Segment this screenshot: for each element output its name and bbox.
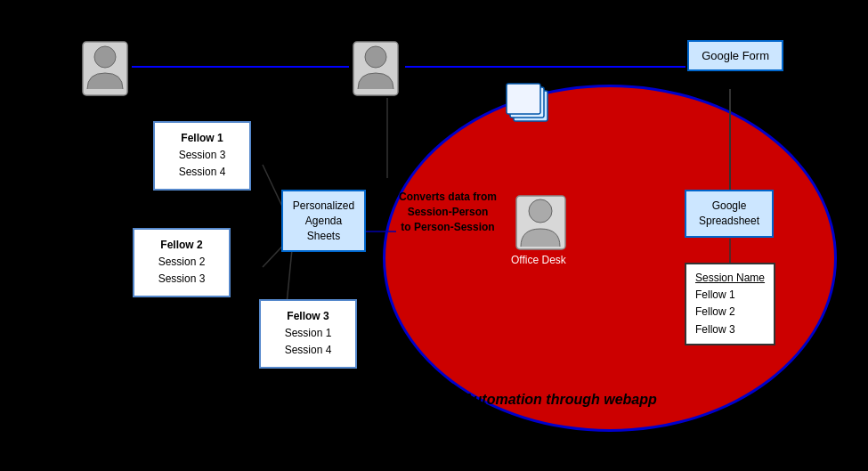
fellow-3-session1: Session 1 (273, 325, 343, 342)
fellow-2-session1: Session 2 (147, 254, 216, 271)
spreadsheet-box: GoogleSpreadsheet (685, 190, 774, 238)
automation-label: Automation through webapp (463, 392, 657, 408)
session-table: Session Name Fellow 1 Fellow 2 Fellow 3 (685, 263, 775, 345)
fellow-1-session2: Session 4 (167, 164, 237, 181)
right-person-icon (349, 37, 402, 100)
svg-rect-18 (507, 84, 540, 114)
fellow-3-session2: Session 4 (273, 342, 343, 359)
office-desk-label: Office Desk (511, 254, 566, 266)
svg-point-13 (94, 46, 116, 68)
fellow-3-name: Fellow 3 (273, 308, 343, 325)
google-form-label: Google Form (702, 49, 769, 62)
diagram-container: Google Form Fellow 1 Session 3 Session 4… (0, 0, 868, 471)
fellow-1-card: Fellow 1 Session 3 Session 4 (153, 121, 251, 191)
session-row-1: Fellow 1 (695, 287, 765, 304)
fellow-3-card: Fellow 3 Session 1 Session 4 (259, 299, 357, 369)
office-desk-icon (512, 191, 565, 254)
fellow-1-session1: Session 3 (167, 147, 237, 164)
google-form-box: Google Form (687, 40, 783, 71)
fellow-2-name: Fellow 2 (147, 237, 216, 254)
converts-text: Converts data fromSession-Personto Perso… (399, 190, 497, 234)
svg-point-15 (365, 46, 386, 68)
session-row-2: Fellow 2 (695, 304, 765, 321)
session-table-header: Session Name (695, 270, 765, 287)
svg-point-20 (529, 199, 552, 223)
agenda-box: PersonalizedAgendaSheets (281, 190, 366, 252)
pages-icon (505, 78, 554, 131)
fellow-2-session2: Session 3 (147, 271, 216, 288)
session-row-3: Fellow 3 (695, 321, 765, 338)
fellow-1-name: Fellow 1 (167, 130, 237, 147)
spreadsheet-label: GoogleSpreadsheet (699, 199, 759, 227)
left-person-icon (78, 37, 132, 100)
fellow-2-card: Fellow 2 Session 2 Session 3 (133, 228, 231, 297)
automation-ellipse (383, 85, 837, 432)
agenda-label: PersonalizedAgendaSheets (293, 199, 354, 242)
office-desk-text: Office Desk (511, 254, 566, 266)
